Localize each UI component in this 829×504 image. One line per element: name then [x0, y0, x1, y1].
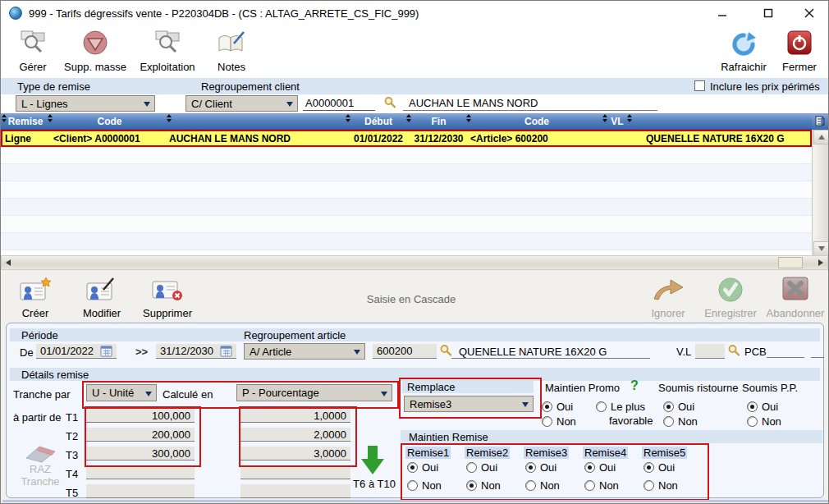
- grid-corner-cell[interactable]: [812, 113, 828, 130]
- soumis-pp-oui-option[interactable]: Oui: [747, 401, 778, 413]
- t6-t10-arrow-icon[interactable]: [358, 445, 387, 476]
- gerer-button[interactable]: Gérer: [7, 30, 58, 73]
- tranche-t1-rate-input[interactable]: 1,0000: [240, 409, 350, 423]
- tranche-t3-qty-input[interactable]: 300,000: [86, 447, 195, 460]
- radio-checked-icon[interactable]: [407, 462, 418, 473]
- remplace-dropdown[interactable]: Remise3: [404, 396, 534, 412]
- ignorer-button[interactable]: Ignorer: [643, 277, 694, 319]
- tranche-t3-rate-input[interactable]: 3,0000: [240, 447, 350, 460]
- creer-button[interactable]: Créer: [9, 277, 62, 319]
- minimize-button[interactable]: [703, 1, 741, 25]
- maintien-promo-oui-option[interactable]: Oui: [542, 401, 573, 413]
- tranche-t2-qty-input[interactable]: 200,000: [86, 428, 195, 442]
- header-code-2[interactable]: Code: [469, 113, 605, 130]
- radio-checked-icon[interactable]: [663, 401, 674, 412]
- header-fin[interactable]: Fin: [409, 113, 469, 130]
- scroll-down-button[interactable]: [813, 241, 829, 256]
- radio-checked-icon[interactable]: [747, 401, 758, 412]
- scroll-left-button[interactable]: [2, 256, 15, 269]
- tranche-t1-qty-input[interactable]: 100,000: [86, 409, 195, 423]
- tranche-t5-rate-input[interactable]: [240, 484, 350, 498]
- radio-icon[interactable]: [466, 462, 477, 473]
- header-extra[interactable]: [630, 113, 812, 130]
- type-de-remise-dropdown[interactable]: L - Lignes: [16, 95, 155, 112]
- pcb-field2-underline[interactable]: [811, 357, 824, 358]
- regroupement-article-dropdown[interactable]: A/ Article: [244, 343, 365, 360]
- radio-icon[interactable]: [584, 480, 595, 491]
- tranche-t4-qty-input[interactable]: [86, 465, 195, 479]
- exploitation-button[interactable]: Exploitation: [132, 30, 203, 73]
- scroll-up-button[interactable]: [813, 130, 829, 144]
- notes-button[interactable]: Notes: [206, 30, 257, 73]
- client-code-input[interactable]: A0000001: [303, 96, 375, 111]
- grid-selected-row[interactable]: Ligne <Client> A0000001 AUCHAN LE MANS N…: [1, 130, 812, 147]
- remise1-oui-option[interactable]: Oui: [407, 461, 438, 474]
- radio-icon[interactable]: [747, 416, 758, 427]
- header-name[interactable]: [169, 113, 348, 130]
- horizontal-scrollbar[interactable]: [1, 255, 828, 270]
- remise4-non-option[interactable]: Non: [584, 479, 619, 492]
- pcb-field-underline[interactable]: [767, 357, 804, 358]
- maintien-promo-non-option[interactable]: Non: [542, 415, 576, 428]
- soumis-ristourne-oui-option[interactable]: Oui: [663, 401, 694, 413]
- radio-icon[interactable]: [407, 480, 418, 491]
- radio-checked-icon[interactable]: [644, 462, 654, 473]
- fermer-button[interactable]: Fermer: [776, 30, 823, 73]
- remise2-oui-option[interactable]: Oui: [466, 461, 497, 474]
- remise2-non-option[interactable]: Non: [466, 479, 501, 492]
- remise5-non-option[interactable]: Non: [644, 479, 678, 492]
- supprimer-button[interactable]: Supprimer: [135, 277, 199, 319]
- radio-icon[interactable]: [525, 480, 536, 491]
- header-remise[interactable]: Remise: [1, 113, 50, 130]
- remise3-non-option[interactable]: Non: [525, 479, 560, 492]
- client-search-icon[interactable]: [383, 96, 396, 109]
- remise1-non-option[interactable]: Non: [407, 479, 442, 492]
- radio-icon[interactable]: [663, 416, 674, 427]
- article-code-input[interactable]: 600200: [373, 344, 437, 359]
- vl-input[interactable]: [695, 344, 725, 359]
- tranche-t4-rate-input[interactable]: [240, 465, 350, 479]
- calendar-icon[interactable]: [100, 345, 112, 357]
- calendar-icon[interactable]: [220, 345, 232, 357]
- calcule-en-dropdown[interactable]: P - Pourcentage: [236, 384, 392, 401]
- radio-checked-icon[interactable]: [542, 401, 552, 412]
- header-code-1[interactable]: Code: [50, 113, 169, 130]
- article-search-icon[interactable]: [439, 344, 452, 357]
- raz-tranche-button[interactable]: RAZ Tranche: [11, 443, 69, 493]
- soumis-pp-non-option[interactable]: Non: [747, 415, 781, 428]
- enregistrer-button[interactable]: Enregistrer: [698, 277, 763, 319]
- soumis-ristourne-non-option[interactable]: Non: [663, 415, 698, 428]
- maximize-button[interactable]: [749, 1, 787, 25]
- radio-icon[interactable]: [542, 416, 552, 427]
- supp-masse-button[interactable]: Supp. masse: [62, 30, 129, 73]
- app-window: 999 - Tarifs dégressifs vente - P220304D…: [0, 0, 829, 504]
- close-button[interactable]: [790, 1, 828, 25]
- horizontal-scroll-thumb[interactable]: [778, 257, 803, 268]
- radio-checked-icon[interactable]: [466, 480, 477, 491]
- radio-icon[interactable]: [644, 480, 654, 491]
- radio-icon[interactable]: [596, 401, 607, 412]
- radio-checked-icon[interactable]: [525, 462, 536, 473]
- remise4-label: Remise4: [583, 447, 628, 459]
- tranche-t5-qty-input[interactable]: [86, 484, 195, 498]
- scroll-right-button[interactable]: [814, 256, 827, 269]
- date-from-input[interactable]: 01/01/2022: [36, 344, 117, 359]
- header-vl[interactable]: VL: [605, 113, 630, 130]
- vl-search-icon[interactable]: [727, 344, 740, 357]
- rafraichir-button[interactable]: Rafraichir: [715, 30, 772, 73]
- abandonner-button[interactable]: Abandonner: [764, 277, 827, 319]
- header-debut[interactable]: Début: [348, 113, 409, 130]
- remise5-oui-option[interactable]: Oui: [644, 461, 675, 474]
- date-to-input[interactable]: 31/12/2030: [156, 344, 236, 359]
- regroupement-client-dropdown[interactable]: C/ Client: [185, 95, 298, 112]
- maintien-promo-favorable-option[interactable]: Le plus: [596, 401, 645, 413]
- vertical-scrollbar[interactable]: [812, 130, 828, 255]
- remise4-oui-option[interactable]: Oui: [584, 461, 616, 474]
- help-icon[interactable]: ?: [630, 378, 639, 393]
- modifier-button[interactable]: Modifier: [73, 277, 131, 319]
- remise3-oui-option[interactable]: Oui: [525, 461, 556, 474]
- tranche-par-dropdown[interactable]: U - Unité: [86, 384, 157, 401]
- include-expired-checkbox[interactable]: [694, 80, 705, 91]
- radio-checked-icon[interactable]: [584, 462, 595, 473]
- tranche-t2-rate-input[interactable]: 2,0000: [240, 428, 350, 442]
